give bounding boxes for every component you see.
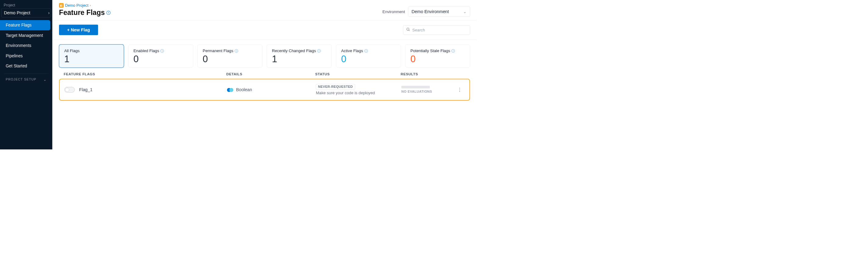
new-flag-button[interactable]: + New Flag bbox=[59, 25, 98, 35]
stat-value: 0 bbox=[203, 54, 257, 65]
info-icon[interactable]: i bbox=[364, 49, 368, 53]
stat-value: 1 bbox=[272, 54, 327, 65]
sidebar-item-feature-flags[interactable]: Feature Flags bbox=[0, 20, 50, 31]
environment-select[interactable]: Demo Environment ⌄ bbox=[408, 6, 470, 17]
status-subtext: Make sure your code is deployed bbox=[316, 91, 401, 95]
chevron-down-icon: ⌄ bbox=[463, 9, 467, 14]
sidebar-item-environments[interactable]: Environments bbox=[0, 40, 52, 51]
breadcrumb: ◧ Demo Project › bbox=[59, 3, 111, 8]
col-header-details: DETAILS bbox=[226, 72, 315, 76]
breadcrumb-project[interactable]: Demo Project bbox=[65, 3, 89, 8]
environment-selected: Demo Environment bbox=[412, 9, 449, 14]
stat-label: Active Flags i bbox=[341, 48, 396, 53]
svg-point-0 bbox=[407, 28, 409, 30]
results-cell: NO EVALUATIONS bbox=[401, 86, 455, 94]
sidebar-item-target-management[interactable]: Target Management bbox=[0, 30, 52, 40]
col-header-results: RESULTS bbox=[401, 72, 465, 76]
toggle-knob bbox=[65, 88, 69, 92]
toolbar: + New Flag bbox=[52, 20, 477, 40]
boolean-icon bbox=[227, 88, 234, 92]
sidebar: Project Demo Project ›› Feature Flags Ta… bbox=[0, 0, 52, 149]
project-setup-section[interactable]: PROJECT SETUP ⌄ bbox=[0, 74, 52, 86]
flag-name[interactable]: Flag_1 bbox=[79, 87, 92, 92]
topbar: ◧ Demo Project › Feature Flags i Environ… bbox=[52, 0, 477, 20]
environment-group: Environment Demo Environment ⌄ bbox=[382, 6, 470, 17]
sidebar-item-get-started[interactable]: Get Started bbox=[0, 61, 52, 71]
stat-card-recently-changed[interactable]: Recently Changed Flags i 1 bbox=[267, 44, 332, 68]
project-header-label: Project bbox=[0, 3, 52, 8]
info-icon[interactable]: i bbox=[317, 49, 321, 53]
status-badge: NEVER-REQUESTED bbox=[316, 84, 355, 90]
stat-value: 0 bbox=[410, 54, 465, 65]
col-header-feature-flags: FEATURE FLAGS bbox=[64, 72, 226, 76]
page-title: Feature Flags i bbox=[59, 9, 111, 17]
project-selector[interactable]: Demo Project ›› bbox=[1, 8, 51, 18]
stat-card-active-flags[interactable]: Active Flags i 0 bbox=[336, 44, 401, 68]
col-header-status: STATUS bbox=[315, 72, 401, 76]
stat-label: Permanent Flags i bbox=[203, 48, 257, 53]
chevron-down-icon: ⌄ bbox=[43, 77, 47, 82]
table-header: FEATURE FLAGS DETAILS STATUS RESULTS bbox=[52, 69, 477, 79]
search-input[interactable] bbox=[412, 28, 467, 32]
flag-toggle[interactable] bbox=[64, 87, 75, 93]
chevron-right-icon: › bbox=[90, 3, 91, 7]
stat-card-stale-flags[interactable]: Potentially Stale Flags i 0 bbox=[405, 44, 470, 68]
stat-label: All Flags bbox=[64, 48, 119, 53]
svg-line-1 bbox=[409, 30, 410, 31]
stat-value: 1 bbox=[64, 54, 119, 65]
page-title-text: Feature Flags bbox=[59, 9, 105, 17]
topbar-left: ◧ Demo Project › Feature Flags i bbox=[59, 3, 111, 17]
results-text: NO EVALUATIONS bbox=[401, 90, 455, 94]
details-type: Boolean bbox=[236, 87, 252, 92]
search-box[interactable] bbox=[403, 25, 470, 35]
stat-label: Enabled Flags i bbox=[133, 48, 188, 53]
chevron-double-right-icon: ›› bbox=[48, 10, 48, 16]
sidebar-item-pipelines[interactable]: Pipelines bbox=[0, 50, 52, 61]
section-label-text: PROJECT SETUP bbox=[6, 78, 37, 81]
stat-card-permanent-flags[interactable]: Permanent Flags i 0 bbox=[197, 44, 262, 68]
info-icon[interactable]: i bbox=[452, 49, 455, 53]
details-cell: Boolean bbox=[227, 87, 316, 92]
project-icon: ◧ bbox=[59, 3, 63, 8]
info-icon[interactable]: i bbox=[160, 49, 164, 53]
stat-card-all-flags[interactable]: All Flags 1 bbox=[59, 44, 124, 68]
search-icon bbox=[406, 28, 410, 32]
stat-label: Recently Changed Flags i bbox=[272, 48, 327, 53]
stat-value: 0 bbox=[341, 54, 396, 65]
project-name: Demo Project bbox=[4, 10, 31, 15]
flag-row[interactable]: Flag_1 Boolean NEVER-REQUESTED Make sure… bbox=[59, 79, 470, 101]
results-bar bbox=[401, 86, 430, 89]
stats-row: All Flags 1 Enabled Flags i 0 Permanent … bbox=[52, 40, 477, 69]
flag-name-cell: Flag_1 bbox=[64, 87, 227, 93]
info-icon[interactable]: i bbox=[106, 11, 111, 14]
row-menu-button[interactable]: ⋮ bbox=[455, 87, 465, 92]
status-cell: NEVER-REQUESTED Make sure your code is d… bbox=[316, 84, 401, 96]
main-content: ◧ Demo Project › Feature Flags i Environ… bbox=[52, 0, 477, 149]
environment-label: Environment bbox=[382, 9, 405, 14]
stat-card-enabled-flags[interactable]: Enabled Flags i 0 bbox=[128, 44, 193, 68]
stat-label: Potentially Stale Flags i bbox=[410, 48, 465, 53]
stat-value: 0 bbox=[133, 54, 188, 65]
info-icon[interactable]: i bbox=[235, 49, 238, 53]
